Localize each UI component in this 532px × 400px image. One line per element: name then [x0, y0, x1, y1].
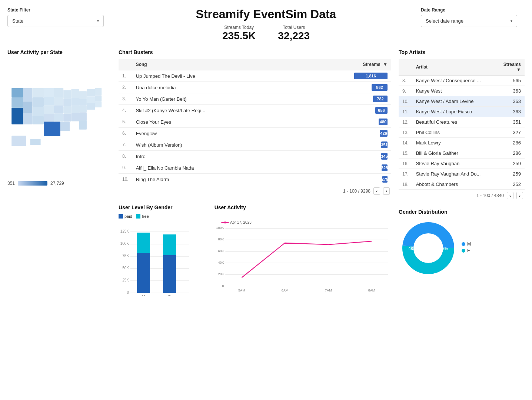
- map-container: 351 27,729: [7, 59, 111, 186]
- state-oh: [79, 91, 87, 99]
- artist-rank-cell: 15.: [399, 148, 412, 159]
- state-ga: [79, 112, 87, 120]
- chart-busters-prev-btn[interactable]: ‹: [373, 187, 380, 195]
- artist-name-cell: Kanye West / Lupe Fiasco: [412, 107, 495, 117]
- user-level-gender-title: User Level By Gender: [119, 204, 207, 210]
- state-filter-select[interactable]: State ▾: [7, 15, 104, 27]
- rank-cell: 5.: [119, 116, 132, 128]
- artist-streams-cell: 286: [495, 138, 525, 148]
- list-item: 17. Stevie Ray Vaughan And Do... 259: [399, 169, 525, 179]
- streams-cell: 862: [347, 82, 391, 93]
- date-range-select[interactable]: Select date range ▾: [421, 15, 517, 27]
- streams-cell: 328: [347, 162, 391, 174]
- col-song[interactable]: Song: [132, 59, 347, 70]
- state-filter-value: State: [12, 18, 23, 24]
- top-artists-next-btn[interactable]: ›: [516, 192, 523, 199]
- state-va: [87, 96, 95, 103]
- state-nv: [23, 101, 32, 113]
- free-legend-color: [136, 214, 140, 219]
- col-artist-name[interactable]: Artist: [412, 59, 495, 76]
- state-ar: [54, 114, 63, 121]
- chart-busters-next-btn[interactable]: ›: [383, 187, 390, 195]
- total-users-metric: Total Users 32,223: [278, 25, 310, 42]
- state-filter-label: State Filter: [7, 7, 111, 13]
- total-users-value: 32,223: [278, 30, 310, 42]
- state-filter-box: State Filter State ▾: [7, 7, 111, 27]
- header-center: Streamify EventSim Data Streams Today 23…: [111, 7, 421, 42]
- artist-name-cell: Phil Collins: [412, 127, 495, 138]
- paid-legend-color: [119, 214, 123, 219]
- state-ny: [95, 88, 102, 96]
- date-range-value: Select date range: [426, 18, 463, 24]
- col-rank: [119, 59, 132, 70]
- center-panel: Chart Busters Song Streams ▼ 1. Up Jumpe…: [119, 49, 391, 297]
- page-title: Streamify EventSim Data: [111, 7, 421, 21]
- male-label: M: [467, 241, 471, 247]
- right-panel: Top Artists Artist Streams ▼ 8. Kanye We…: [399, 49, 525, 297]
- svg-text:75K: 75K: [122, 254, 129, 258]
- state-nd: [44, 88, 54, 97]
- usa-map: [7, 59, 111, 177]
- paid-legend-label: paid: [124, 214, 132, 219]
- date-range-arrow-icon: ▾: [511, 19, 512, 23]
- rank-cell: 7.: [119, 139, 132, 151]
- artist-rank-cell: 16.: [399, 159, 412, 169]
- svg-text:50K: 50K: [122, 266, 129, 270]
- state-ia: [54, 97, 63, 105]
- user-activity-title: User Activity: [215, 204, 391, 210]
- metrics-row: Streams Today 235.5K Total Users 32,223: [111, 25, 421, 42]
- streams-cell: 782: [347, 93, 391, 105]
- chart-busters-title: Chart Busters: [119, 49, 391, 55]
- state-tn: [63, 106, 71, 114]
- state-al: [71, 113, 79, 121]
- map-legend: 351 27,729: [7, 181, 111, 186]
- col-streams[interactable]: Streams ▼: [347, 59, 391, 70]
- rank-cell: 8.: [119, 151, 132, 162]
- total-users-label: Total Users: [278, 25, 310, 30]
- table-row: 10. Ring The Alarm 279: [119, 174, 391, 185]
- top-artists-prev-btn[interactable]: ‹: [507, 192, 513, 199]
- svg-text:8AM: 8AM: [368, 289, 375, 292]
- top-artists-table: Artist Streams ▼ 8. Kanye West / Consequ…: [399, 59, 525, 190]
- song-cell: Una dolce melodia: [132, 82, 347, 93]
- state-mi: [71, 89, 79, 98]
- state-hi: [30, 139, 41, 145]
- state-de: [95, 101, 102, 107]
- donut-container: 48.5% 51.5% M F: [399, 219, 525, 278]
- svg-text:0: 0: [127, 290, 129, 294]
- state-ks: [44, 114, 54, 121]
- free-legend-label: free: [142, 214, 149, 219]
- state-wi: [63, 90, 71, 98]
- artist-streams-cell: 327: [495, 127, 525, 138]
- artist-rank-cell: 11.: [399, 107, 412, 117]
- col-artist-streams[interactable]: Streams ▼: [495, 59, 525, 76]
- chart-busters-table: Song Streams ▼ 1. Up Jumped The Devil - …: [119, 59, 391, 185]
- state-ca: [11, 108, 23, 124]
- list-item: 8. Kanye West / Consequence ... 565: [399, 76, 525, 86]
- top-artists-header-row: Artist Streams ▼: [399, 59, 525, 76]
- activity-line: [242, 241, 372, 277]
- svg-text:51.5%: 51.5%: [436, 246, 448, 251]
- artist-streams-cell: 363: [495, 86, 525, 96]
- date-range-filter-box: Date Range Select date range ▾: [421, 7, 525, 27]
- donut-legend: M F: [462, 241, 471, 255]
- svg-text:60K: 60K: [218, 249, 224, 253]
- female-label: F: [467, 248, 470, 253]
- song-cell: Intro: [132, 151, 347, 162]
- streams-cell: 426: [347, 128, 391, 139]
- state-fl: [79, 120, 87, 130]
- svg-text:80K: 80K: [218, 237, 224, 241]
- male-free-bar: [137, 233, 150, 253]
- chart-busters-page-info: 1 - 100 / 9298: [343, 189, 370, 194]
- state-or: [11, 97, 23, 108]
- legend-min: 351: [7, 181, 15, 186]
- main-content: User Activity per State: [7, 49, 525, 297]
- state-tx: [44, 122, 60, 136]
- map-section-title: User Activity per State: [7, 49, 111, 55]
- donut-chart: 48.5% 51.5%: [399, 219, 458, 278]
- line-chart-svg: Apr 17, 2023 0 20K 40K 60K 80K 100K: [215, 214, 391, 296]
- state-la: [60, 122, 70, 131]
- svg-text:0: 0: [222, 284, 224, 288]
- female-dot: [462, 249, 465, 253]
- list-item: 14. Mark Lowry 286: [399, 138, 525, 148]
